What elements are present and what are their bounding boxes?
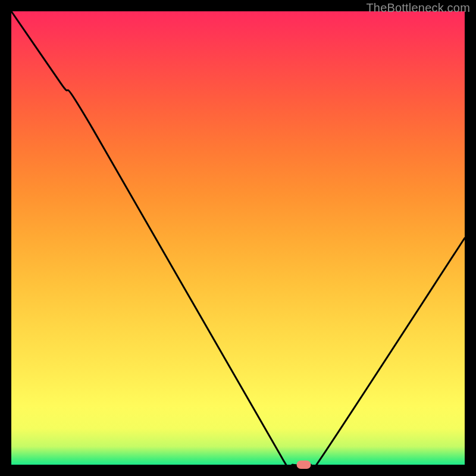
- plot-area: [11, 11, 465, 465]
- watermark-text: TheBottleneck.com: [366, 1, 470, 15]
- svg-rect-0: [297, 461, 311, 469]
- chart-frame: TheBottleneck.com: [0, 0, 476, 476]
- chart-svg: [11, 11, 465, 465]
- bottleneck-curve: [11, 11, 465, 476]
- current-point-marker: [297, 461, 311, 469]
